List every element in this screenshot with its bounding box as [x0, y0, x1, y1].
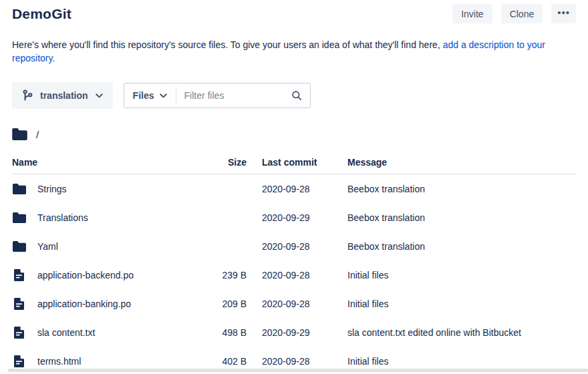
row-size: 209 B: [206, 299, 247, 309]
row-message: sla content.txt edited online with Bitbu…: [347, 327, 576, 338]
table-row[interactable]: Yaml 2020-09-28 Beebox translation: [12, 232, 576, 260]
header-name: Name: [12, 157, 206, 168]
row-name-link[interactable]: Yaml: [37, 241, 58, 252]
branch-name: translation: [40, 90, 88, 101]
row-message: Beebox translation: [347, 184, 576, 194]
file-table-body: Strings 2020-09-28 Beebox translation Tr…: [12, 174, 576, 374]
header-message: Message: [347, 157, 576, 168]
row-last-commit: 2020-09-28: [247, 184, 347, 194]
row-last-commit: 2020-09-28: [247, 356, 347, 367]
row-message: Initial files: [347, 299, 576, 309]
ellipsis-icon: •••: [557, 7, 570, 17]
table-row[interactable]: Translations 2020-09-29 Beebox translati…: [12, 203, 576, 232]
row-name-link[interactable]: application-backend.po: [37, 270, 134, 280]
row-size: 402 B: [206, 356, 247, 367]
row-last-commit: 2020-09-28: [247, 270, 347, 280]
file-icon: [12, 327, 26, 339]
row-message: Initial files: [347, 270, 576, 280]
chevron-down-icon: [96, 94, 103, 98]
row-last-commit: 2020-09-28: [247, 241, 347, 252]
description-text: Here's where you'll find this repository…: [12, 39, 443, 50]
file-table: Name Size Last commit Message Strings 20…: [12, 157, 576, 374]
row-last-commit: 2020-09-29: [247, 212, 347, 223]
breadcrumb: /: [12, 128, 576, 141]
row-size: 498 B: [206, 327, 247, 338]
invite-button[interactable]: Invite: [452, 4, 492, 23]
clone-button[interactable]: Clone: [501, 4, 543, 23]
filter-type-dropdown[interactable]: Files: [124, 83, 176, 108]
file-icon: [12, 355, 26, 367]
row-name-link[interactable]: Translations: [37, 212, 88, 223]
table-row[interactable]: sla content.txt 498 B 2020-09-29 sla con…: [12, 318, 576, 347]
table-row[interactable]: application-banking.po 209 B 2020-09-28 …: [12, 289, 576, 318]
table-row[interactable]: application-backend.po 239 B 2020-09-28 …: [12, 260, 576, 289]
search-icon: [291, 90, 310, 101]
folder-icon: [12, 241, 26, 252]
row-name-link[interactable]: application-banking.po: [37, 299, 131, 309]
row-name-link[interactable]: terms.html: [37, 356, 81, 367]
horizontal-scrollbar[interactable]: [8, 369, 588, 372]
branch-selector[interactable]: translation: [12, 82, 113, 109]
filter-files-input[interactable]: [176, 90, 291, 101]
header-actions: Invite Clone •••: [452, 4, 576, 23]
row-size: 239 B: [206, 270, 247, 280]
row-name-link[interactable]: sla content.txt: [37, 327, 95, 338]
chevron-down-icon: [160, 94, 167, 98]
repo-description: Here's where you'll find this repository…: [12, 38, 576, 65]
source-controls: translation Files: [12, 82, 576, 109]
file-icon: [12, 298, 26, 310]
row-name-link[interactable]: Strings: [37, 184, 67, 194]
header-size: Size: [206, 157, 247, 168]
row-message: Beebox translation: [347, 212, 576, 223]
current-path[interactable]: /: [36, 129, 39, 140]
file-filter-group: Files: [124, 83, 311, 108]
folder-icon: [12, 212, 26, 223]
page-title: DemoGit: [12, 6, 71, 22]
row-message: Beebox translation: [347, 241, 576, 252]
git-branch-icon: [22, 89, 33, 102]
filter-type-label: Files: [133, 90, 154, 101]
file-icon: [12, 269, 26, 281]
folder-icon: [12, 128, 27, 140]
row-message: Initial files: [347, 356, 576, 367]
table-row[interactable]: Strings 2020-09-28 Beebox translation: [12, 174, 576, 203]
row-last-commit: 2020-09-29: [247, 327, 347, 338]
more-options-button[interactable]: •••: [551, 4, 576, 23]
table-header-row: Name Size Last commit Message: [12, 157, 576, 174]
page-header: DemoGit Invite Clone •••: [12, 0, 576, 24]
header-last-commit: Last commit: [247, 157, 347, 168]
row-last-commit: 2020-09-28: [247, 299, 347, 309]
folder-icon: [12, 184, 26, 194]
